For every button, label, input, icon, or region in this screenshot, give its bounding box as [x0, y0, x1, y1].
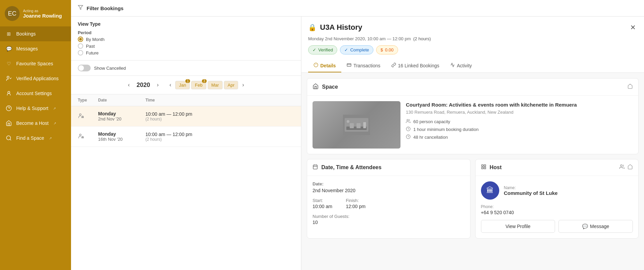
- tab-transactions[interactable]: Transactions: [341, 59, 386, 72]
- capacity-feature: 60 person capacity: [406, 119, 633, 125]
- svg-rect-26: [313, 165, 317, 169]
- host-actions: View Profile 💬 Message: [481, 220, 633, 233]
- tab-linked-bookings[interactable]: 16 Linked Bookings: [386, 59, 445, 72]
- avatar: EC: [5, 6, 20, 21]
- search-icon: [5, 135, 12, 141]
- svg-point-9: [79, 134, 81, 136]
- sidebar-item-label: Favourite Spaces: [16, 61, 53, 66]
- sidebar-user[interactable]: EC Acting as Joanne Rowling: [0, 0, 71, 26]
- verified-badge[interactable]: ✓ Verified: [308, 45, 337, 54]
- show-cancelled-label: Show Cancelled: [94, 66, 126, 71]
- host-name-value: Community of St Luke: [504, 190, 558, 196]
- svg-point-18: [347, 120, 349, 123]
- time-row: Start: 10:00 am Finish: 12:00 pm: [313, 198, 465, 209]
- row-time: 10:00 am — 12:00 pm (2 hours): [145, 111, 294, 121]
- person-gear-icon: [5, 90, 12, 97]
- help-icon: [5, 105, 12, 112]
- start-label: Start:: [313, 198, 332, 203]
- row-date: Monday 16th Nov '20: [98, 131, 145, 142]
- complete-check-icon: ✓: [344, 47, 348, 52]
- svg-rect-32: [482, 167, 483, 169]
- show-cancelled-toggle[interactable]: [78, 65, 91, 71]
- cancellation-icon: [406, 134, 411, 140]
- heart-icon: ♡: [5, 60, 12, 67]
- view-type-section: View Type Period By Month Past Future: [71, 17, 301, 61]
- year-display: 2020: [137, 82, 150, 89]
- space-card-header: Space: [307, 78, 638, 96]
- tab-details[interactable]: Details: [308, 59, 341, 72]
- user-name: Joanne Rowling: [23, 13, 62, 19]
- month-jan-button[interactable]: Jan1: [175, 81, 190, 89]
- table-row[interactable]: Monday 16th Nov '20 10:00 am — 12:00 pm …: [71, 127, 301, 147]
- message-button[interactable]: 💬 Message: [558, 220, 633, 233]
- tab-activity[interactable]: Activity: [445, 59, 477, 72]
- month-apr-button[interactable]: Apr: [224, 81, 238, 89]
- sidebar-item-messages[interactable]: 💬 Messages: [0, 41, 71, 56]
- host-details: Name: Community of St Luke: [504, 185, 558, 196]
- detail-title-row: 🔒 U3A History ✕: [308, 22, 637, 33]
- sidebar-item-become-host[interactable]: Become a Host ↗: [0, 116, 71, 131]
- col-header-type: Type: [78, 98, 98, 103]
- table-row[interactable]: Monday 2nd Nov '20 10:00 am — 12:00 pm (…: [71, 106, 301, 127]
- period-option-past[interactable]: Past: [78, 43, 294, 49]
- sidebar-item-favourite-spaces[interactable]: ♡ Favourite Spaces: [0, 56, 71, 71]
- host-card: Host: [475, 159, 639, 239]
- prev-year-button[interactable]: ‹: [125, 81, 132, 89]
- svg-point-23: [407, 119, 409, 121]
- sidebar-item-label: Bookings: [16, 31, 36, 37]
- space-card: Space: [307, 78, 639, 154]
- period-options: By Month Past Future: [78, 37, 294, 55]
- radio-dot: [78, 37, 83, 42]
- calendar-nav: ‹ 2020 › ‹ Jan1 Feb3 Mar Apr: [71, 76, 301, 94]
- host-phone-label: Phone:: [481, 204, 633, 209]
- row-type-icon: [78, 133, 98, 141]
- price-badge[interactable]: $ 0.00: [376, 45, 398, 54]
- period-option-future[interactable]: Future: [78, 50, 294, 55]
- min-booking-feature: 1 hour minimum booking duration: [406, 127, 633, 132]
- year-nav: ‹ 2020 ›: [125, 81, 161, 89]
- host-action-icon-1[interactable]: [619, 164, 625, 171]
- status-badges: ✓ Verified ✓ Complete $ 0.00: [308, 45, 637, 54]
- next-year-button[interactable]: ›: [154, 81, 161, 89]
- detail-subtitle: Monday 2nd November 2020, 10:00 am — 12:…: [308, 36, 637, 41]
- external-link-icon: ↗: [53, 121, 56, 125]
- start-value: 10:00 am: [313, 204, 332, 209]
- table-header: Type Date Time: [71, 94, 301, 106]
- space-card-title: Space: [313, 83, 338, 91]
- svg-point-1: [8, 91, 10, 93]
- svg-marker-6: [78, 5, 83, 9]
- sidebar-item-label: Verified Applications: [16, 76, 59, 81]
- prev-month-button[interactable]: ‹: [167, 81, 174, 89]
- filter-icon: [78, 5, 83, 12]
- sidebar-item-find-space[interactable]: Find a Space ↗: [0, 131, 71, 145]
- space-card-actions: [627, 84, 633, 90]
- period-option-by-month[interactable]: By Month: [78, 37, 294, 42]
- external-link-icon: ↗: [53, 107, 56, 110]
- start-item: Start: 10:00 am: [313, 198, 332, 209]
- date-time-card-title: Date, Time & Attendees: [313, 164, 382, 171]
- close-button[interactable]: ✕: [629, 22, 637, 33]
- sidebar-item-label: Account Settings: [16, 91, 52, 96]
- month-feb-button[interactable]: Feb3: [191, 81, 206, 89]
- svg-rect-21: [356, 123, 361, 128]
- check-icon: ✓: [313, 47, 316, 52]
- sidebar-item-bookings[interactable]: ⊞ Bookings: [0, 26, 71, 41]
- finish-label: Finish:: [346, 198, 365, 203]
- host-action-icon-2[interactable]: [627, 164, 633, 171]
- sidebar-item-label: Help & Support: [16, 106, 48, 111]
- host-info-row: 🏛 Name: Community of St Luke: [481, 181, 633, 200]
- view-profile-button[interactable]: View Profile: [481, 220, 555, 233]
- sidebar-item-help-support[interactable]: Help & Support ↗: [0, 101, 71, 116]
- sidebar-item-verified-applications[interactable]: Verified Applications: [0, 71, 71, 86]
- two-col-row: Date, Time & Attendees Date: 2nd Novembe…: [307, 159, 639, 239]
- next-month-button[interactable]: ›: [239, 81, 247, 89]
- svg-point-34: [620, 165, 622, 166]
- month-mar-button[interactable]: Mar: [208, 81, 223, 89]
- svg-rect-14: [347, 64, 351, 66]
- svg-line-5: [10, 139, 11, 140]
- complete-badge[interactable]: ✓ Complete: [340, 45, 373, 54]
- clock-icon: [406, 127, 411, 132]
- sidebar-item-account-settings[interactable]: Account Settings: [0, 86, 71, 101]
- show-cancelled-row[interactable]: Show Cancelled: [71, 61, 301, 76]
- space-action-icon[interactable]: [627, 84, 633, 90]
